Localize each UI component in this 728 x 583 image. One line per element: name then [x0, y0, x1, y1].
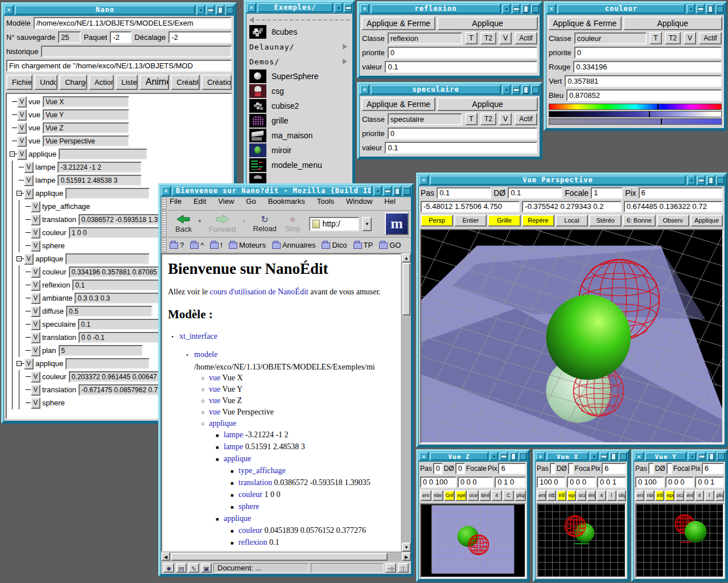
close-icon[interactable]: ×: [419, 175, 429, 185]
window-menu-button[interactable]: [502, 85, 511, 95]
minimize-button[interactable]: [206, 5, 215, 15]
tree-expander-icon[interactable]: −: [10, 151, 15, 157]
tree-v-button[interactable]: V: [24, 175, 34, 186]
t2-button[interactable]: T2: [665, 32, 681, 44]
tree-value-field[interactable]: Vue Y: [43, 109, 129, 121]
menu-hel[interactable]: Hel: [384, 197, 396, 210]
close-icon[interactable]: ×: [360, 4, 369, 14]
restore-button[interactable]: [521, 4, 530, 14]
maximize-button[interactable]: [402, 186, 411, 196]
bookmark-folder[interactable]: TP: [353, 241, 373, 249]
tree-v-button[interactable]: V: [24, 188, 34, 199]
pas-field[interactable]: 0: [433, 463, 443, 474]
file-item[interactable]: Demos/: [249, 54, 349, 69]
view-button-irill[interactable]: irill: [655, 490, 664, 501]
bookmark-folder[interactable]: ?: [170, 241, 184, 249]
decalage-field[interactable]: -2: [168, 31, 232, 43]
axis-field-2[interactable]: 0 0 0: [458, 477, 494, 488]
menu-view[interactable]: View: [218, 197, 234, 210]
content-link[interactable]: vue: [209, 408, 220, 416]
toolbar-grip[interactable]: [162, 238, 167, 252]
maximize-button[interactable]: [619, 452, 627, 461]
url-bar[interactable]: http:/: [309, 217, 359, 231]
content-link[interactable]: applique: [209, 419, 236, 428]
menu-window[interactable]: Window: [346, 197, 372, 210]
restore-button[interactable]: [521, 85, 530, 95]
forward-button[interactable]: Forward: [206, 215, 239, 233]
view-button-ers[interactable]: ers: [420, 490, 431, 501]
axis-field-3[interactable]: 0 0 1: [597, 477, 626, 488]
tree-value-field[interactable]: 0.51591 2.48538 3: [57, 175, 142, 186]
menu-tools[interactable]: Tools: [317, 197, 334, 210]
v-button[interactable]: V: [499, 113, 512, 125]
view-button-Stéréo[interactable]: Stéréo: [589, 215, 622, 227]
pix-field[interactable]: 6: [498, 463, 526, 474]
window-menu-button[interactable]: [196, 5, 205, 15]
close-icon[interactable]: ×: [4, 5, 14, 15]
camera-target-field[interactable]: -0.375542 0.279343 0.2: [522, 201, 621, 212]
do-field[interactable]: [667, 463, 672, 474]
applique-ferme-button[interactable]: Applique & Ferme: [548, 17, 622, 30]
tree-value-field[interactable]: 5: [59, 345, 143, 356]
view-button-C[interactable]: C: [503, 490, 514, 501]
view-button-epè[interactable]: epè: [567, 490, 577, 501]
tree-v-button[interactable]: V: [31, 293, 40, 304]
tree-v-button[interactable]: V: [31, 371, 40, 383]
tree-v-button[interactable]: V: [17, 96, 27, 108]
tree-v-button[interactable]: V: [31, 306, 40, 317]
navigator-icon[interactable]: ✹: [163, 563, 174, 573]
tree-value-field[interactable]: 0.1: [78, 319, 169, 330]
view-button-ers[interactable]: ers: [537, 490, 546, 501]
applique-ferme-button[interactable]: Applique & Ferme: [361, 17, 435, 30]
maximize-button[interactable]: [716, 175, 725, 185]
minimize-button[interactable]: [344, 3, 352, 13]
tree-v-button[interactable]: V: [17, 109, 27, 121]
composer-icon[interactable]: ✎: [188, 563, 199, 573]
valeur-field[interactable]: 0.1: [385, 142, 537, 154]
bookmark-folder[interactable]: Dico: [322, 241, 347, 249]
menu-file[interactable]: File: [170, 197, 182, 210]
minimize-button[interactable]: [599, 452, 608, 461]
close-icon[interactable]: ×: [536, 452, 545, 461]
tree-expander-icon[interactable]: −: [17, 256, 22, 261]
security-lock-icon[interactable]: ⚿: [398, 563, 409, 573]
back-dropdown-icon[interactable]: ▼: [198, 219, 202, 224]
bleu-field[interactable]: 0.870852: [566, 89, 722, 101]
view-button-4[interactable]: 4: [695, 490, 704, 501]
tree-expander-icon[interactable]: −: [17, 191, 22, 196]
tree-expander-icon[interactable]: −: [17, 361, 22, 366]
file-item[interactable]: SuperSphere: [249, 69, 349, 84]
restore-button[interactable]: [706, 175, 715, 185]
content-link[interactable]: modele: [194, 350, 217, 359]
axis-field-1[interactable]: 0 100: [635, 477, 664, 488]
menu-button-créable[interactable]: Créable: [171, 75, 200, 90]
tree-v-button[interactable]: V: [17, 149, 27, 160]
tree-v-button[interactable]: V: [31, 240, 40, 252]
stop-button[interactable]: ✳ Stop: [282, 215, 303, 233]
scroll-down-icon[interactable]: ▼: [402, 543, 411, 552]
reload-button[interactable]: ↻ Reload: [250, 215, 279, 233]
content-link[interactable]: couleur: [238, 526, 262, 535]
do-field[interactable]: [568, 463, 574, 474]
bookmark-folder[interactable]: !: [210, 241, 223, 249]
tree-value-field[interactable]: 0.3 0.3 0.3: [75, 293, 166, 304]
url-dropdown-button[interactable]: ▼: [362, 217, 372, 231]
view-button-oca[interactable]: oca: [675, 490, 684, 501]
t-button[interactable]: T: [465, 32, 478, 44]
3d-viewport-y[interactable]: [635, 503, 724, 578]
maximize-button[interactable]: [717, 452, 725, 461]
content-link[interactable]: lampe: [224, 430, 243, 439]
t-button[interactable]: T: [465, 113, 478, 125]
menu-go[interactable]: Go: [246, 197, 256, 210]
file-item[interactable]: csg: [249, 84, 349, 98]
window-menu-button[interactable]: [686, 4, 695, 14]
maximize-button[interactable]: [715, 4, 724, 14]
actif-button[interactable]: Actif: [699, 32, 722, 44]
maximize-button[interactable]: [531, 4, 540, 14]
forward-dropdown-icon[interactable]: ▼: [242, 219, 246, 224]
tree-v-button[interactable]: V: [24, 253, 34, 265]
file-item[interactable]: ma_maison: [249, 128, 349, 143]
bookmark-folder[interactable]: Moteurs: [229, 241, 266, 249]
tree-value-field[interactable]: 0.1: [72, 280, 163, 291]
t-button[interactable]: T: [649, 32, 662, 44]
